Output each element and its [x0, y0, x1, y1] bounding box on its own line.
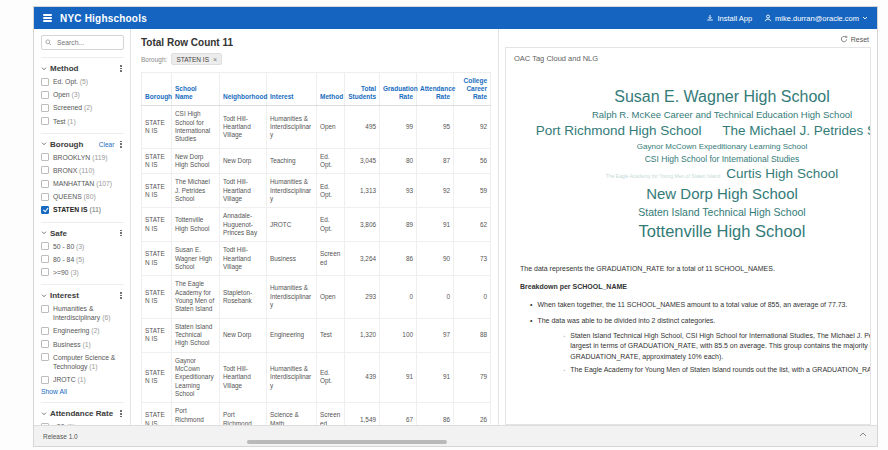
checkbox[interactable] [41, 305, 49, 313]
tag-cloud-word-faint[interactable]: The Eagle Academy for Young Men of State… [606, 173, 721, 179]
section-collapse-icon[interactable] [41, 294, 47, 298]
filter-checkbox-item[interactable]: Computer Science & Technology (1) [41, 353, 124, 371]
checkbox[interactable] [41, 242, 49, 250]
account-menu[interactable]: mike.durran@oracle.com [764, 14, 868, 23]
tag-cloud-word[interactable]: Susan E. Wagner High School [506, 87, 871, 107]
reset-label: Reset [851, 36, 869, 43]
clear-filter-link[interactable]: Clear [99, 141, 115, 148]
borough-filter-chip[interactable]: STATEN IS × [171, 53, 222, 65]
filter-label: 80 - 84 [53, 256, 74, 263]
filter-checkbox-item[interactable]: >=90 (3) [41, 268, 124, 277]
filter-checkbox-item[interactable]: Open (3) [41, 90, 124, 99]
checkbox[interactable] [41, 193, 49, 201]
column-header[interactable]: Graduation Rate [380, 73, 417, 106]
tag-cloud-word[interactable]: Port Richmond High School The Michael J.… [506, 123, 871, 140]
table-row[interactable]: STATEN IS The Eagle Academy for Young Me… [142, 276, 491, 318]
section-collapse-icon[interactable] [41, 231, 47, 235]
tag-cloud-word[interactable]: New Dorp High School [506, 185, 871, 204]
column-header[interactable]: Neighborhood [220, 73, 267, 106]
tag-cloud-word[interactable]: The Eagle Academy for Young Men of State… [506, 166, 871, 183]
search-input[interactable] [55, 38, 120, 47]
tag-cloud-word[interactable]: CSI High School for International Studie… [506, 154, 871, 165]
install-app-button[interactable]: Install App [706, 14, 752, 23]
checkbox[interactable] [41, 255, 49, 263]
filter-checkbox-item[interactable]: 80 - 84 (5) [41, 255, 124, 264]
checkbox[interactable] [41, 353, 49, 361]
cell-method: Ed. Opt. [317, 174, 345, 208]
cell-total-students: 3,806 [345, 208, 380, 242]
column-header[interactable]: Method [317, 73, 345, 106]
kebab-menu-icon[interactable] [118, 291, 124, 300]
filter-checkbox-item[interactable]: Humanities & Interdisciplinary (6) [41, 304, 124, 322]
table-header-row: BoroughSchool NameNeighborhoodInterestMe… [142, 73, 491, 106]
column-header[interactable]: Attendance Rate [417, 73, 454, 106]
filter-checkbox-item[interactable]: Business (1) [41, 340, 124, 349]
filter-label: Business [53, 341, 81, 348]
filter-label: Open [53, 91, 70, 98]
checkbox[interactable] [41, 166, 49, 174]
visualization-panel: Reset OAC Tag Cloud and NLG Susan E. Wag… [499, 29, 877, 425]
table-row[interactable]: STATEN IS Tottenville High School Annada… [142, 208, 491, 242]
filter-checkbox-item[interactable]: Screened (2) [41, 103, 124, 112]
filter-count: (2) [91, 327, 99, 334]
filter-checkbox-item[interactable]: BROOKLYN (119) [41, 153, 124, 162]
section-collapse-icon[interactable] [41, 67, 47, 71]
table-row[interactable]: STATEN IS CSI High School for Internatio… [142, 106, 491, 148]
release-label: Release 1.0 [43, 433, 78, 440]
chip-remove-icon[interactable]: × [213, 56, 217, 63]
cell-borough: STATEN IS [142, 148, 172, 174]
checkbox[interactable] [41, 340, 49, 348]
tag-cloud-word[interactable]: Tottenville High School [506, 221, 871, 242]
checkbox[interactable] [41, 91, 49, 99]
checkbox[interactable] [41, 117, 49, 125]
column-header[interactable]: College Career Rate [454, 73, 491, 106]
collapse-chevron-icon[interactable] [859, 432, 867, 437]
hamburger-menu-icon[interactable] [43, 14, 52, 21]
table-row[interactable]: STATEN IS New Dorp High School New Dorp … [142, 148, 491, 174]
checkbox[interactable] [41, 180, 49, 188]
cell-graduation-rate: 80 [380, 148, 417, 174]
table-row[interactable]: STATEN IS Staten Island Technical High S… [142, 318, 491, 352]
checkbox[interactable] [41, 104, 49, 112]
nlg-sub-bullet: ◦ Staten Island Technical High School, C… [563, 331, 871, 363]
column-header[interactable]: Interest [267, 73, 317, 106]
column-header[interactable]: School Name [172, 73, 220, 106]
checkbox[interactable] [41, 153, 49, 161]
show-all-link[interactable]: Show All [41, 388, 124, 395]
search-box[interactable] [41, 35, 124, 50]
tag-cloud-word[interactable]: Staten Island Technical High School [506, 206, 871, 219]
filter-checkbox-item[interactable]: STATEN IS (11) [41, 205, 124, 214]
section-collapse-icon[interactable] [41, 142, 47, 146]
table-row[interactable]: STATEN IS Port Richmond High School Port… [142, 403, 491, 425]
cell-neighborhood: Todt Hill-Heartland Village [220, 106, 267, 148]
filter-checkbox-item[interactable]: QUEENS (80) [41, 192, 124, 201]
kebab-menu-icon[interactable] [118, 64, 124, 73]
filter-checkbox-item[interactable]: 50 - 80 (3) [41, 242, 124, 251]
filter-checkbox-item[interactable]: Engineering (2) [41, 326, 124, 335]
tag-cloud-word[interactable]: Gaynor McCown Expeditionary Learning Sch… [506, 142, 871, 152]
kebab-menu-icon[interactable] [118, 140, 124, 149]
reset-button[interactable]: Reset [840, 35, 869, 43]
filter-count: (1) [67, 118, 75, 125]
table-row[interactable]: STATEN IS Gaynor McCown Expeditionary Le… [142, 352, 491, 403]
kebab-menu-icon[interactable] [118, 229, 124, 238]
tag-cloud-word[interactable]: Ralph R. McKee Career and Technical Educ… [506, 109, 871, 121]
checkbox[interactable] [41, 268, 49, 276]
search-icon [45, 39, 52, 46]
filter-checkbox-item[interactable]: Test (1) [41, 117, 124, 126]
kebab-menu-icon[interactable] [118, 409, 124, 418]
table-row[interactable]: STATEN IS The Michael J. Petrides School… [142, 174, 491, 208]
horizontal-scrollbar[interactable] [247, 440, 447, 444]
filter-checkbox-item[interactable]: BRONX (110) [41, 166, 124, 175]
table-row[interactable]: STATEN IS Susan E. Wagner High School To… [142, 242, 491, 276]
checkbox[interactable] [41, 206, 49, 214]
checkbox[interactable] [41, 376, 49, 384]
checkbox[interactable] [41, 327, 49, 335]
filter-checkbox-item[interactable]: MANHATTAN (107) [41, 179, 124, 188]
filter-checkbox-item[interactable]: Ed. Opt. (5) [41, 77, 124, 86]
section-collapse-icon[interactable] [41, 412, 47, 416]
column-header[interactable]: Total Students [345, 73, 380, 106]
checkbox[interactable] [41, 78, 49, 86]
column-header[interactable]: Borough [142, 73, 172, 106]
filter-checkbox-item[interactable]: JROTC (1) [41, 375, 124, 384]
